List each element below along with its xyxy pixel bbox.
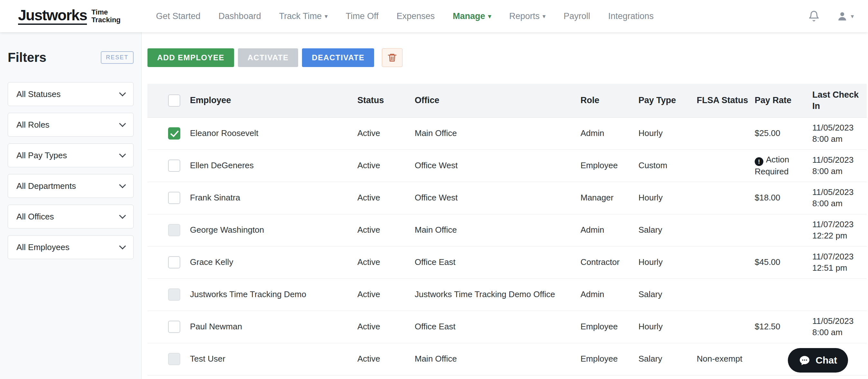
cell-status: Active: [358, 214, 415, 246]
nav-time-off[interactable]: Time Off: [346, 11, 379, 21]
filter-departments-dropdown[interactable]: All Departments: [8, 174, 134, 198]
row-checkbox[interactable]: [168, 321, 180, 333]
filters-title: Filters: [8, 50, 46, 65]
cell-role: Admin: [581, 117, 639, 149]
cell-flsa-status: [697, 279, 755, 311]
nav-right-icons: ▾: [808, 10, 854, 22]
cell-pay-rate: $12.50: [755, 311, 812, 343]
cell-office: Main Office: [415, 117, 581, 149]
filters-sidebar: Filters RESET All Statuses All Roles All…: [0, 32, 142, 379]
filter-employees-dropdown[interactable]: All Employees: [8, 235, 134, 259]
chat-bubble-icon: [799, 354, 810, 366]
activate-button: ACTIVATE: [238, 48, 299, 67]
nav-get-started[interactable]: Get Started: [156, 11, 200, 21]
cell-office: Office East: [415, 246, 581, 279]
cell-status: Active: [358, 149, 415, 182]
employees-table: Employee Status Office Role Pay Type FLS…: [148, 84, 867, 375]
cell-last-check-in: 11/05/20238:00 am: [812, 311, 867, 343]
deactivate-button[interactable]: DEACTIVATE: [302, 48, 374, 67]
cell-role: Manager: [581, 182, 639, 214]
column-header-last-check-in: Last Check In: [812, 84, 867, 117]
cell-pay-type: Salary: [639, 214, 697, 246]
user-menu-icon[interactable]: ▾: [836, 10, 854, 22]
column-header-pay-type: Pay Type: [639, 84, 697, 117]
cell-last-check-in: 11/07/202312:51 pm: [812, 246, 867, 279]
cell-flsa-status: [697, 311, 755, 343]
filter-offices-dropdown[interactable]: All Offices: [8, 205, 134, 229]
row-checkbox: [168, 224, 180, 236]
cell-role: Admin: [581, 279, 639, 311]
logo-product-name: Time Tracking: [91, 8, 120, 24]
cell-employee: Grace Kelly: [190, 246, 358, 279]
cell-flsa-status: [697, 246, 755, 279]
table-header-row: Employee Status Office Role Pay Type FLS…: [148, 84, 867, 117]
nav-reports[interactable]: Reports▾: [509, 11, 546, 21]
chevron-down-icon: ▾: [488, 13, 491, 19]
chevron-down-icon: [119, 212, 126, 218]
delete-button[interactable]: [382, 48, 402, 67]
chevron-down-icon: [119, 181, 126, 188]
table-row: Frank Sinatra Active Office West Manager…: [148, 182, 867, 214]
chevron-down-icon: [119, 150, 126, 157]
table-row: Test User Active Main Office Employee Sa…: [148, 343, 867, 375]
add-employee-button[interactable]: ADD EMPLOYEE: [148, 48, 234, 67]
nav-manage[interactable]: Manage▾: [453, 11, 491, 21]
filter-roles-dropdown[interactable]: All Roles: [8, 113, 134, 137]
nav-integrations[interactable]: Integrations: [608, 11, 654, 21]
cell-role: Employee: [581, 343, 639, 375]
cell-employee: Paul Newman: [190, 311, 358, 343]
reset-filters-button[interactable]: RESET: [101, 51, 134, 64]
table-row: Ellen DeGeneres Active Office West Emplo…: [148, 149, 867, 182]
top-navbar: Justworks Time Tracking Get Started Dash…: [0, 0, 868, 32]
logo-wordmark: Justworks: [18, 8, 87, 25]
trash-icon: [387, 53, 397, 63]
cell-pay-rate: $18.00: [755, 182, 812, 214]
cell-office: Justworks Time Tracking Demo Office: [415, 279, 581, 311]
table-row: Justworks Time Tracking Demo Active Just…: [148, 279, 867, 311]
cell-role: Employee: [581, 311, 639, 343]
cell-employee: Frank Sinatra: [190, 182, 358, 214]
cell-pay-type: Salary: [639, 343, 697, 375]
chevron-down-icon: [119, 120, 126, 127]
chat-button[interactable]: Chat: [788, 348, 848, 373]
row-checkbox[interactable]: [168, 256, 180, 268]
cell-pay-rate: [755, 214, 812, 246]
chevron-down-icon: ▾: [542, 13, 546, 19]
cell-status: Active: [358, 117, 415, 149]
select-all-checkbox[interactable]: [168, 94, 180, 107]
cell-status: Active: [358, 343, 415, 375]
cell-pay-type: Hourly: [639, 246, 697, 279]
filter-pay-types-dropdown[interactable]: All Pay Types: [8, 143, 134, 167]
alert-icon: [755, 157, 763, 166]
cell-pay-type: Hourly: [639, 117, 697, 149]
employees-main-panel: ADD EMPLOYEE ACTIVATE DEACTIVATE Employe…: [142, 32, 868, 379]
cell-office: Office West: [415, 182, 581, 214]
cell-pay-type: Custom: [639, 149, 697, 182]
row-checkbox[interactable]: [168, 192, 180, 204]
main-nav: Get Started Dashboard Track Time▾ Time O…: [156, 11, 654, 21]
row-checkbox[interactable]: [168, 159, 180, 172]
cell-status: Active: [358, 182, 415, 214]
cell-employee: Test User: [190, 343, 358, 375]
table-row: Eleanor Roosevelt Active Main Office Adm…: [148, 117, 867, 149]
cell-pay-rate: [755, 279, 812, 311]
nav-expenses[interactable]: Expenses: [397, 11, 435, 21]
chevron-down-icon: [119, 89, 126, 96]
cell-office: Office East: [415, 311, 581, 343]
cell-pay-rate: Action Required: [755, 149, 812, 182]
cell-pay-rate: $45.00: [755, 246, 812, 279]
column-header-role: Role: [581, 84, 639, 117]
row-checkbox[interactable]: [168, 127, 180, 140]
employee-actions-toolbar: ADD EMPLOYEE ACTIVATE DEACTIVATE: [148, 48, 868, 67]
notifications-bell-icon[interactable]: [808, 10, 820, 22]
row-checkbox: [168, 288, 180, 301]
cell-role: Admin: [581, 214, 639, 246]
column-header-status: Status: [358, 84, 415, 117]
table-row: George Washington Active Main Office Adm…: [148, 214, 867, 246]
filter-statuses-dropdown[interactable]: All Statuses: [8, 82, 134, 106]
nav-dashboard[interactable]: Dashboard: [219, 11, 261, 21]
cell-pay-type: Hourly: [639, 311, 697, 343]
table-row: Grace Kelly Active Office East Contracto…: [148, 246, 867, 279]
nav-payroll[interactable]: Payroll: [564, 11, 590, 21]
nav-track-time[interactable]: Track Time▾: [279, 11, 328, 21]
